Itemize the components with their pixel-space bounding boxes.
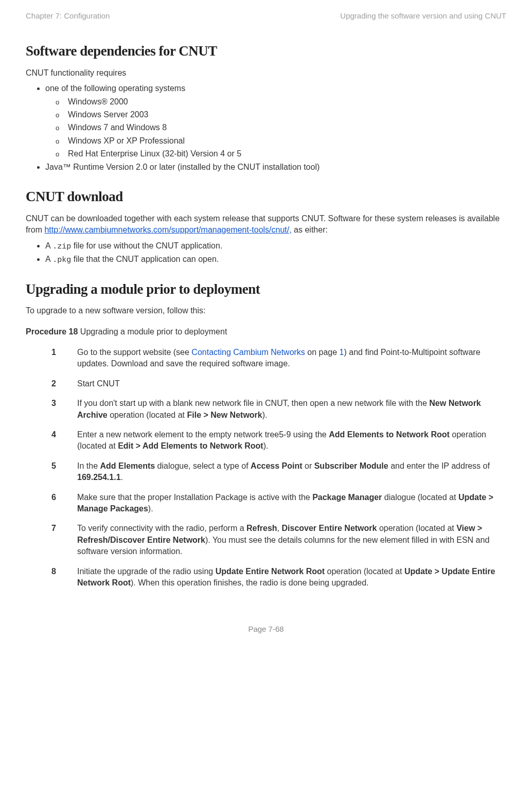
- step-text: In the Add Elements dialogue, select a t…: [77, 456, 506, 488]
- os-sublist: Windows® 2000 Windows Server 2003 Window…: [45, 96, 506, 160]
- text: ,: [277, 524, 282, 532]
- text: Make sure that the proper Installation P…: [77, 493, 312, 502]
- text: file that the CNUT application can open.: [71, 255, 219, 263]
- header-right: Upgrading the software version and using…: [340, 10, 506, 21]
- text: To verify connectivity with the radio, p…: [77, 524, 246, 532]
- bold: 169.254.1.1: [77, 473, 121, 482]
- bold: Edit > Add Elements to Network Root: [118, 441, 263, 450]
- bold: Access Point: [251, 461, 302, 470]
- list-item: Windows Server 2003: [68, 109, 506, 120]
- text: ).: [262, 411, 268, 419]
- contact-link[interactable]: Contacting Cambium Networks: [191, 348, 305, 357]
- bold: Refresh: [246, 524, 277, 532]
- header-left: Chapter 7: Configuration: [26, 10, 110, 21]
- text: as either:: [292, 225, 328, 234]
- bold: Update Entire Network Root: [216, 567, 325, 576]
- text: ).: [263, 441, 269, 450]
- step-number: 8: [51, 562, 77, 593]
- text: ).: [148, 504, 153, 513]
- bold: Package Manager: [312, 493, 382, 502]
- page-ref[interactable]: 1: [340, 348, 344, 357]
- step-number: 6: [51, 488, 77, 519]
- bold: Subscriber Module: [314, 461, 388, 470]
- text: dialogue (located at: [382, 493, 458, 502]
- step-row: 5 In the Add Elements dialogue, select a…: [51, 456, 506, 488]
- list-item: A .pkg file that the CNUT application ca…: [45, 254, 506, 265]
- text: Enter a new network element to the empty…: [77, 430, 329, 439]
- bold: File > New Network: [187, 411, 262, 419]
- page-header: Chapter 7: Configuration Upgrading the s…: [26, 10, 506, 21]
- text: In the: [77, 461, 100, 470]
- step-text: Initiate the upgrade of the radio using …: [77, 562, 506, 593]
- text: A: [45, 255, 52, 263]
- section-title-download: CNUT download: [26, 187, 506, 207]
- list-item: Windows XP or XP Professional: [68, 135, 506, 147]
- text: A: [45, 241, 52, 250]
- procedure-label: Procedure 18: [26, 327, 78, 336]
- step-row: 6 Make sure that the proper Installation…: [51, 488, 506, 519]
- sec1-list: one of the following operating systems W…: [26, 83, 506, 173]
- step-number: 4: [51, 425, 77, 456]
- text: dialogue, select a type of: [155, 461, 251, 470]
- sec3-intro: To upgrade to a new software version, fo…: [26, 305, 506, 316]
- sec1-intro: CNUT functionality requires: [26, 67, 506, 79]
- bold: Add Elements: [100, 461, 155, 470]
- list-item: Red Hat Enterprise Linux (32-bit) Versio…: [68, 148, 506, 159]
- text: or: [303, 461, 314, 470]
- step-number: 2: [51, 374, 77, 394]
- step-number: 5: [51, 456, 77, 488]
- step-row: 4 Enter a new network element to the emp…: [51, 425, 506, 456]
- list-text: one of the following operating systems: [45, 84, 185, 93]
- step-text: Start CNUT: [77, 374, 506, 394]
- step-number: 1: [51, 343, 77, 374]
- step-number: 7: [51, 519, 77, 561]
- text: Go to the support website (see: [77, 348, 191, 357]
- text: ). When this operation finishes, the rad…: [131, 578, 369, 587]
- download-link[interactable]: http://www.cambiumnetworks.com/support/m…: [44, 225, 291, 234]
- procedure-heading: Procedure 18 Upgrading a module prior to…: [26, 326, 506, 337]
- step-row: 1 Go to the support website (see Contact…: [51, 343, 506, 374]
- step-number: 3: [51, 394, 77, 425]
- sec2-list: A .zip file for use without the CNUT app…: [26, 240, 506, 265]
- list-item: one of the following operating systems W…: [45, 83, 506, 159]
- step-text: If you don't start up with a blank new n…: [77, 394, 506, 425]
- section-title-upgrade: Upgrading a module prior to deployment: [26, 280, 506, 299]
- text: operation (located at: [377, 524, 456, 532]
- code-pkg: .pkg: [52, 256, 71, 264]
- text: Initiate the upgrade of the radio using: [77, 567, 216, 576]
- bold: Add Elements to Network Root: [329, 430, 450, 439]
- procedure-title-text: Upgrading a module prior to deployment: [78, 327, 227, 336]
- list-item: Windows 7 and Windows 8: [68, 122, 506, 133]
- sec2-paragraph: CNUT can be downloaded together with eac…: [26, 213, 506, 236]
- section-title-dependencies: Software dependencies for CNUT: [26, 42, 506, 61]
- step-row: 8 Initiate the upgrade of the radio usin…: [51, 562, 506, 593]
- step-row: 2 Start CNUT: [51, 374, 506, 394]
- list-item: A .zip file for use without the CNUT app…: [45, 240, 506, 252]
- step-text: Enter a new network element to the empty…: [77, 425, 506, 456]
- step-text: Make sure that the proper Installation P…: [77, 488, 506, 519]
- procedure-steps: 1 Go to the support website (see Contact…: [51, 343, 506, 593]
- text: .: [121, 473, 123, 482]
- step-row: 7 To verify connectivity with the radio,…: [51, 519, 506, 561]
- page-footer: Page 7-68: [26, 624, 506, 634]
- text: on page: [305, 348, 340, 357]
- list-item: Java™ Runtime Version 2.0 or later (inst…: [45, 162, 506, 173]
- step-row: 3 If you don't start up with a blank new…: [51, 394, 506, 425]
- step-text: To verify connectivity with the radio, p…: [77, 519, 506, 561]
- text: and enter the IP address of: [388, 461, 490, 470]
- code-zip: .zip: [52, 242, 71, 251]
- text: file for use without the CNUT applicatio…: [71, 241, 222, 250]
- list-item: Windows® 2000: [68, 96, 506, 108]
- text: If you don't start up with a blank new n…: [77, 399, 429, 407]
- text: operation (located at: [108, 411, 187, 419]
- text: operation (located at: [325, 567, 404, 576]
- step-text: Go to the support website (see Contactin…: [77, 343, 506, 374]
- bold: Discover Entire Network: [282, 524, 377, 532]
